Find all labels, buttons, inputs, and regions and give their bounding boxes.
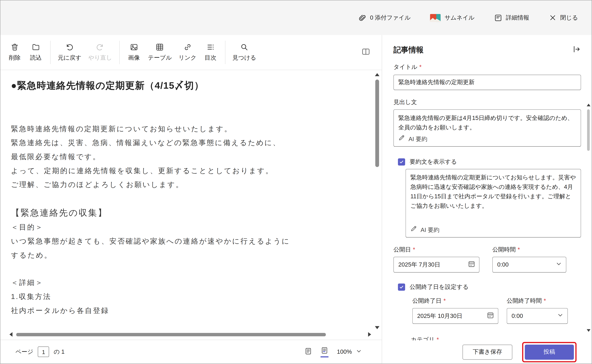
redo-icon bbox=[96, 43, 104, 51]
document-body: 緊急時連絡先情報の定期更新についてお知らせいたします。 緊急連絡先は、災害、急病… bbox=[11, 122, 367, 317]
trash-icon bbox=[11, 43, 19, 51]
ai-summary-label: AI 要約 bbox=[421, 225, 440, 235]
split-view-button[interactable] bbox=[361, 47, 370, 58]
redo-button[interactable]: やり直し bbox=[85, 43, 115, 62]
attachments-button[interactable]: 0 添付ファイル bbox=[358, 14, 410, 22]
document-view-active-icon bbox=[321, 346, 329, 356]
document-line: 社内ポータルから各自登録 bbox=[11, 304, 367, 318]
toc-button[interactable]: 目次 bbox=[200, 43, 221, 62]
scroll-right-arrow-icon[interactable] bbox=[368, 332, 371, 337]
collapse-panel-icon[interactable] bbox=[572, 45, 581, 55]
ai-summary-button[interactable]: AI 要約 bbox=[410, 225, 439, 235]
chevron-down-icon bbox=[356, 348, 362, 356]
document-line: 緊急連絡先は、災害、急病、情報漏えいなどの緊急事態に備えるために、 bbox=[11, 136, 367, 150]
end-date-checkbox[interactable] bbox=[398, 284, 405, 291]
summary-textarea[interactable]: 緊急時連絡先情報の定期更新についてお知らせします。災害や急病時に迅速な安否確認や… bbox=[405, 169, 581, 237]
insert-link-button[interactable]: リンク bbox=[175, 43, 200, 62]
document-line: ご理解、ご協力のほどよろしくお願いします。 bbox=[11, 177, 367, 192]
details-label: 詳細情報 bbox=[506, 14, 529, 22]
save-draft-button[interactable]: 下書き保存 bbox=[462, 344, 512, 360]
editor-vertical-scrollbar[interactable] bbox=[374, 73, 380, 329]
chevron-down-icon bbox=[555, 260, 562, 269]
end-time-dropdown[interactable]: 0:00 bbox=[507, 308, 568, 324]
post-button[interactable]: 投稿 bbox=[525, 344, 574, 360]
headline-textarea[interactable]: 緊急連絡先情報の更新は4月15日締め切りです。安全確認のため、全員の協力をお願い… bbox=[393, 109, 581, 147]
ai-pen-icon bbox=[410, 225, 417, 235]
editor-column: 削除 読込 元に戻す bbox=[0, 35, 382, 364]
undo-label: 元に戻す bbox=[58, 54, 81, 62]
details-button[interactable]: 詳細情報 bbox=[494, 14, 529, 22]
topbar: 0 添付ファイル サムネイル 詳細情報 閉じる bbox=[0, 0, 592, 35]
zoom-dropdown[interactable]: 100% bbox=[337, 348, 362, 356]
document-line: 1.収集方法 bbox=[11, 290, 367, 304]
calendar-icon bbox=[468, 260, 476, 269]
thumbnail-button[interactable]: サムネイル bbox=[430, 14, 474, 22]
annotation-highlight-box: 投稿 bbox=[522, 342, 576, 362]
toolbar-separator bbox=[225, 41, 225, 64]
chevron-down-icon bbox=[557, 312, 564, 320]
load-button[interactable]: 読込 bbox=[25, 43, 47, 62]
delete-button[interactable]: 削除 bbox=[4, 43, 25, 62]
ai-pen-icon bbox=[398, 134, 405, 144]
image-icon bbox=[130, 43, 138, 51]
publish-date-row: 公開日* 2025年 7月30日 公開時間* 0:00 bbox=[393, 246, 581, 273]
page-total-label: の 1 bbox=[54, 348, 64, 356]
thumbnail-label: サムネイル bbox=[444, 14, 474, 22]
ai-summary-button[interactable]: AI 要約 bbox=[398, 134, 427, 144]
end-date-toggle-row[interactable]: 公開終了日を設定する bbox=[393, 283, 581, 291]
publish-date-label: 公開日* bbox=[393, 246, 479, 254]
page-number-input[interactable] bbox=[38, 347, 49, 357]
article-editor-window: 0 添付ファイル サムネイル 詳細情報 閉じる bbox=[0, 0, 592, 364]
single-page-view-button[interactable] bbox=[304, 347, 312, 357]
reading-view-button[interactable] bbox=[321, 346, 329, 358]
document-line: 緊急時連絡先情報の定期更新についてお知らせいたします。 bbox=[11, 122, 367, 136]
insert-table-button[interactable]: テーブル bbox=[145, 43, 175, 62]
document-subheading: 【緊急連絡先の収集】 bbox=[11, 205, 367, 220]
publish-time-dropdown[interactable]: 0:00 bbox=[492, 257, 566, 273]
editor-horizontal-scrollbar[interactable] bbox=[9, 332, 371, 338]
vertical-scrollbar-thumb[interactable] bbox=[375, 79, 379, 167]
find-button[interactable]: 見つける bbox=[229, 43, 260, 62]
show-summary-checkbox[interactable] bbox=[398, 158, 405, 165]
find-label: 見つける bbox=[232, 54, 256, 62]
search-icon bbox=[240, 43, 249, 51]
title-field-label: タイトル* bbox=[393, 63, 581, 71]
required-asterisk: * bbox=[518, 246, 520, 253]
sidebar-scrollbar-thumb[interactable] bbox=[587, 109, 590, 151]
end-date-toggle-label: 公開終了日を設定する bbox=[410, 283, 469, 291]
scroll-down-arrow-icon[interactable] bbox=[587, 329, 590, 332]
required-asterisk: * bbox=[444, 298, 446, 304]
page-label: ページ bbox=[16, 348, 33, 356]
delete-label: 削除 bbox=[9, 54, 20, 62]
document-line: よって、定期的に連絡先情報を収集し、更新することとしております。 bbox=[11, 164, 367, 178]
editor-toolbar: 削除 読込 元に戻す bbox=[0, 35, 382, 70]
close-button[interactable]: 閉じる bbox=[549, 14, 578, 22]
sidebar-scrollbar[interactable] bbox=[586, 104, 591, 332]
publish-date-picker[interactable]: 2025年 7月30日 bbox=[393, 257, 479, 273]
undo-button[interactable]: 元に戻す bbox=[54, 43, 85, 62]
panel-footer: 下書き保存 投稿 bbox=[382, 340, 592, 364]
close-label: 閉じる bbox=[560, 14, 578, 22]
title-input[interactable] bbox=[393, 75, 581, 90]
scroll-left-arrow-icon[interactable] bbox=[9, 332, 13, 337]
ai-summary-label: AI 要約 bbox=[409, 134, 427, 144]
undo-icon bbox=[66, 43, 74, 51]
attachments-label: 0 添付ファイル bbox=[370, 14, 411, 22]
end-date-picker[interactable]: 2025年 10月30日 bbox=[412, 308, 498, 324]
insert-image-button[interactable]: 画像 bbox=[123, 43, 145, 62]
load-label: 読込 bbox=[30, 54, 42, 62]
horizontal-scrollbar-thumb[interactable] bbox=[16, 333, 326, 336]
article-info-panel: 記事情報 タイトル* 見出し文 緊急連絡先情報の更新は4月15日締め切りです。安… bbox=[382, 35, 592, 364]
document-view-icon bbox=[304, 347, 312, 357]
headline-text: 緊急連絡先情報の更新は4月15日締め切りです。安全確認のため、全員の協力をお願い… bbox=[398, 115, 573, 130]
publish-time-label: 公開時間* bbox=[492, 246, 566, 254]
scroll-up-arrow-icon[interactable] bbox=[375, 73, 380, 76]
show-summary-row[interactable]: 要約文を表示する bbox=[393, 158, 581, 166]
thumbnail-image-icon bbox=[430, 14, 441, 22]
scroll-down-arrow-icon[interactable] bbox=[375, 326, 380, 329]
scroll-up-arrow-icon[interactable] bbox=[587, 104, 590, 106]
split-view-icon bbox=[361, 51, 370, 57]
headline-field-label: 見出し文 bbox=[393, 98, 581, 106]
document-heading: ●緊急時連絡先情報の定期更新（4/15〆切） bbox=[11, 79, 367, 92]
document-canvas[interactable]: ●緊急時連絡先情報の定期更新（4/15〆切） 緊急時連絡先情報の定期更新について… bbox=[0, 70, 382, 340]
